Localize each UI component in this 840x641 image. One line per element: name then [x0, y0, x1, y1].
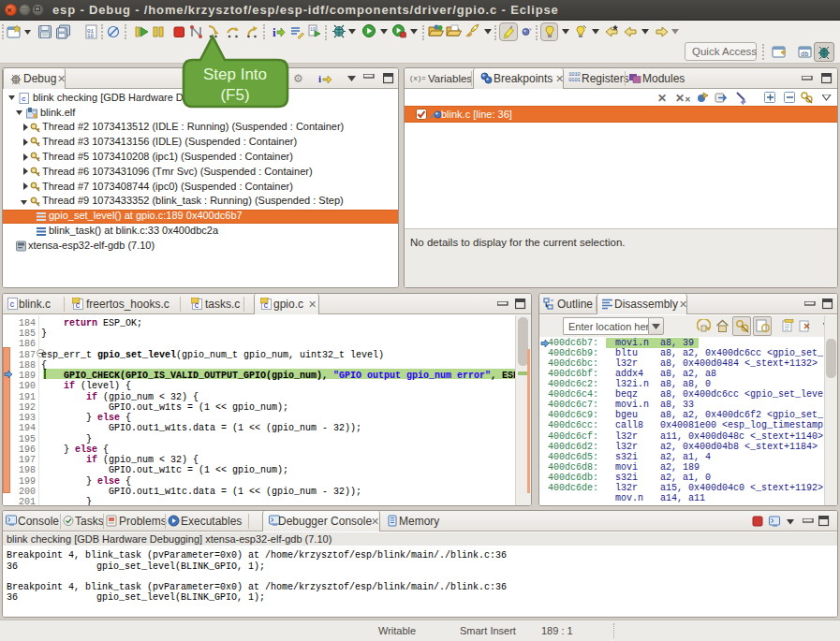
- svg-text:Step Into: Step Into: [203, 66, 267, 83]
- svg-text:c: c: [22, 95, 26, 103]
- svg-text:c: c: [264, 301, 269, 310]
- svg-text:c: c: [10, 300, 15, 310]
- svg-text:db: db: [801, 51, 808, 58]
- svg-text:(F5): (F5): [220, 86, 249, 104]
- svg-text:c: c: [195, 301, 199, 310]
- svg-text:10: 10: [87, 33, 95, 39]
- svg-text:c: c: [76, 301, 81, 310]
- svg-text:i: i: [318, 73, 321, 84]
